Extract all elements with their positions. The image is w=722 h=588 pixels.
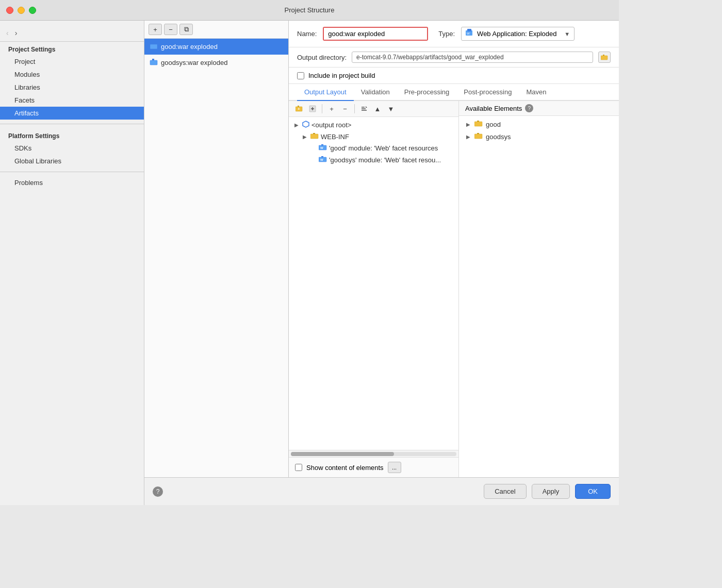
goodsys-facet-icon: W (319, 156, 327, 164)
svg-marker-3 (150, 59, 157, 60)
tab-maven[interactable]: Maven (519, 84, 553, 101)
type-select-arrow: ▼ (564, 31, 570, 37)
scrollbar-thumb[interactable] (291, 452, 394, 456)
svg-marker-29 (474, 121, 482, 122)
svg-rect-20 (310, 134, 318, 139)
tree-item-web-inf[interactable]: ▶ WEB-INF (289, 131, 458, 142)
svg-marker-21 (310, 133, 318, 134)
cancel-button[interactable]: Cancel (484, 484, 526, 499)
svg-text:+: + (298, 107, 300, 111)
type-select[interactable]: W Web Application: Exploded ▼ (461, 27, 575, 41)
name-input-wrapper (323, 27, 428, 41)
svg-marker-19 (303, 121, 309, 127)
svg-marker-18 (366, 106, 367, 108)
svg-marker-26 (319, 156, 326, 157)
layout-add-button[interactable]: + (325, 103, 338, 114)
available-elements-panel: Available Elements ? ▶ (459, 101, 619, 477)
bottom-bar: ? Cancel Apply OK (144, 477, 619, 505)
artifact-label-good-war: good:war exploded (161, 43, 218, 51)
toolbar-sep-2 (354, 104, 355, 113)
tab-validation[interactable]: Validation (354, 84, 397, 101)
layout-extract-button[interactable] (306, 103, 319, 114)
svg-rect-0 (150, 44, 157, 49)
sidebar-divider-2 (0, 172, 144, 172)
output-dir-browse-button[interactable] (598, 52, 611, 63)
svg-marker-31 (474, 133, 482, 134)
back-arrow[interactable]: ‹ (4, 28, 11, 38)
sidebar-item-artifacts[interactable]: Artifacts (0, 107, 144, 120)
layout-sort-button[interactable] (358, 103, 370, 114)
artifact-toolbar: + − ⧉ (144, 21, 288, 39)
available-elements-help-icon[interactable]: ? (525, 104, 533, 112)
layout-area: + + (289, 101, 619, 477)
avail-item-goodsys[interactable]: ▶ goodsys (459, 130, 619, 143)
goodsys-expander: ▶ (465, 133, 471, 140)
tree-item-good-facet[interactable]: ▶ W 'good' module: 'Web' facet resources (289, 142, 458, 154)
detail-panel: Name: Type: W Web Applicat (289, 21, 619, 477)
artifact-item-goodsys-war[interactable]: goodsys:war exploded (144, 55, 288, 71)
good-facet-icon: W (319, 144, 327, 153)
ok-button[interactable]: OK (575, 484, 611, 499)
sidebar-item-project[interactable]: Project (0, 55, 144, 68)
layout-left: + + (289, 101, 459, 477)
name-type-row: Name: Type: W Web Applicat (289, 21, 619, 47)
sidebar-divider (0, 124, 144, 124)
tree-item-goodsys-facet-label: 'goodsys' module: 'Web' facet resou... (329, 156, 441, 164)
tab-post-processing[interactable]: Post-processing (456, 84, 519, 101)
main-container: ‹ › Project Settings Project Modules Lib… (0, 21, 619, 505)
copy-artifact-button[interactable]: ⧉ (179, 24, 193, 35)
tab-output-layout[interactable]: Output Layout (297, 84, 354, 101)
horizontal-scrollbar[interactable] (289, 450, 458, 457)
sidebar-item-problems[interactable]: Problems (0, 176, 144, 189)
output-root-expander: ▶ (293, 122, 300, 129)
project-settings-header: Project Settings (0, 42, 144, 55)
tree-item-goodsys-facet[interactable]: ▶ W 'goodsys' module: 'Web' facet resou.… (289, 154, 458, 166)
name-label: Name: (297, 30, 317, 38)
add-artifact-button[interactable]: + (149, 24, 162, 35)
tree-item-output-root[interactable]: ▶ <output root> (289, 119, 458, 131)
available-elements-label: Available Elements (465, 105, 522, 112)
artifact-item-good-war[interactable]: good:war exploded (144, 39, 288, 55)
tabs-row: Output Layout Validation Pre-processing … (289, 84, 619, 101)
svg-rect-28 (474, 122, 482, 126)
sidebar-item-libraries[interactable]: Libraries (0, 81, 144, 94)
minimize-button[interactable] (18, 7, 25, 14)
good-expander: ▶ (465, 121, 471, 127)
output-dir-row: Output directory: (289, 47, 619, 68)
tab-pre-processing[interactable]: Pre-processing (397, 84, 456, 101)
artifact-icon-goodsys-war (150, 58, 158, 68)
sidebar-item-sdks[interactable]: SDKs (0, 142, 144, 155)
window-controls[interactable] (6, 7, 36, 14)
svg-rect-30 (474, 134, 482, 139)
apply-button[interactable]: Apply (532, 484, 570, 499)
web-inf-expander: ▶ (301, 133, 308, 140)
name-input[interactable] (324, 28, 427, 40)
layout-create-dir-button[interactable]: + (293, 103, 305, 114)
artifact-icon-good-war (150, 42, 158, 52)
layout-down-button[interactable]: ▼ (385, 103, 397, 114)
sidebar-item-modules[interactable]: Modules (0, 68, 144, 81)
help-icon[interactable]: ? (153, 486, 163, 497)
artifact-list-panel: + − ⧉ good:war exploded (144, 21, 289, 477)
close-button[interactable] (6, 7, 13, 14)
svg-marker-1 (150, 43, 157, 44)
type-select-icon: W (466, 29, 474, 39)
sidebar-item-global-libraries[interactable]: Global Libraries (0, 155, 144, 167)
svg-marker-23 (319, 144, 326, 145)
avail-item-good-label: good (486, 121, 501, 128)
title-bar: Project Structure (0, 0, 619, 21)
include-row: Include in project build (289, 68, 619, 84)
include-checkbox[interactable] (297, 72, 304, 79)
layout-remove-button[interactable]: − (339, 103, 351, 114)
maximize-button[interactable] (29, 7, 36, 14)
svg-text:W: W (320, 158, 323, 161)
sidebar-item-facets[interactable]: Facets (0, 94, 144, 107)
avail-item-good[interactable]: ▶ good (459, 118, 619, 130)
show-content-button[interactable]: ... (388, 462, 401, 473)
include-label: Include in project build (308, 72, 375, 79)
layout-up-button[interactable]: ▲ (371, 103, 384, 114)
remove-artifact-button[interactable]: − (164, 24, 177, 35)
forward-arrow[interactable]: › (13, 28, 20, 38)
show-content-checkbox[interactable] (295, 464, 302, 471)
output-dir-input[interactable] (352, 52, 593, 63)
